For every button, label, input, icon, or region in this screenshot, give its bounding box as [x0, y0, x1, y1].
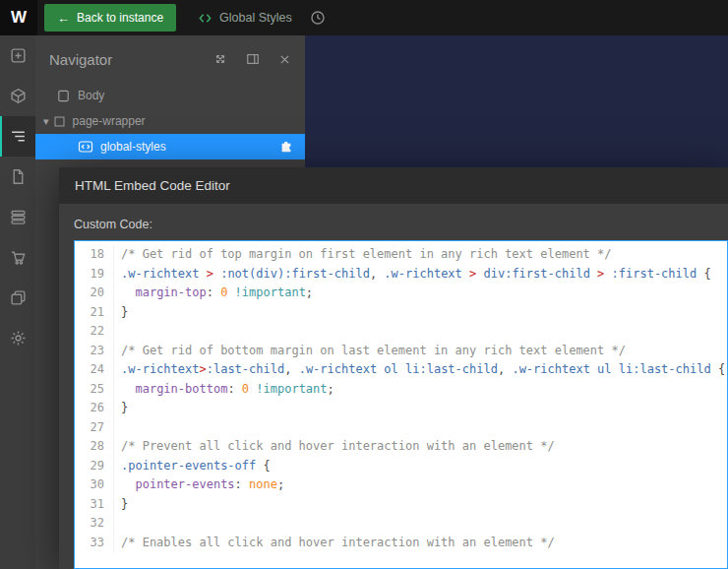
back-button-label: Back to instance	[77, 11, 163, 25]
line-number: 26	[75, 399, 114, 418]
code-text: }	[114, 495, 128, 515]
line-number: 23	[75, 342, 114, 361]
code-line: 23/* Get rid of bottom margin on last el…	[75, 342, 727, 361]
embed-code-icon	[198, 11, 212, 26]
code-line: 28/* Prevent all click and hover interac…	[75, 437, 727, 457]
line-number: 22	[75, 322, 114, 342]
ecommerce-icon	[10, 249, 27, 266]
code-line: 32	[75, 514, 727, 534]
code-line: 25 margin-bottom: 0 !important;	[75, 380, 727, 400]
line-number: 29	[75, 457, 114, 476]
back-to-instance-button[interactable]: ← Back to instance	[44, 4, 176, 32]
settings-icon	[10, 330, 27, 347]
unpin-icon[interactable]	[213, 52, 227, 66]
embedw-icon	[78, 140, 93, 154]
body-icon	[56, 89, 71, 103]
line-number: 32	[75, 514, 114, 534]
line-number: 21	[75, 303, 114, 323]
line-number: 18	[75, 245, 114, 265]
navigator-title: Navigator	[49, 51, 195, 68]
code-line: 24.w-richtext>:last-child, .w-richtext o…	[75, 360, 727, 380]
html-embed-modal: HTML Embed Code Editor Custom Code: 18/*…	[59, 167, 728, 569]
assets-icon	[10, 289, 27, 306]
puzzle-icon	[279, 140, 293, 154]
navigator-icon	[10, 128, 27, 145]
tree-item-body[interactable]: Body	[35, 83, 305, 108]
code-editor[interactable]: 18/* Get rid of top margin on first elem…	[74, 240, 728, 569]
code-text: .w-richtext>:last-child, .w-richtext ol …	[114, 360, 725, 380]
code-line: 26}	[75, 399, 727, 418]
code-line: 27	[75, 418, 727, 438]
code-text	[114, 418, 121, 438]
code-line: 21}	[75, 303, 727, 323]
code-text: pointer-events: none;	[114, 475, 284, 495]
add-icon	[10, 47, 27, 64]
navigator-header: Navigator	[35, 35, 305, 83]
ecommerce-panel-button[interactable]	[0, 237, 35, 278]
code-text: margin-top: 0 !important;	[114, 284, 313, 303]
navigator-panel-button[interactable]	[0, 116, 35, 157]
code-line: 30 pointer-events: none;	[75, 475, 727, 495]
caret-down-icon[interactable]: ▾	[43, 115, 49, 128]
line-number: 30	[75, 475, 114, 495]
elements-panel-button[interactable]	[0, 76, 35, 116]
assets-panel-button[interactable]	[0, 278, 35, 318]
code-line: 33/* Enables all click and hover interac…	[75, 534, 727, 553]
tree-item-label: global-styles	[100, 140, 166, 154]
line-number: 25	[75, 380, 114, 400]
line-number: 28	[75, 437, 114, 457]
cms-icon	[10, 209, 27, 225]
code-text: .pointer-events-off {	[114, 457, 271, 476]
code-text: /* Get rid of top margin on first elemen…	[114, 245, 612, 265]
history-button[interactable]	[306, 6, 330, 30]
clock-icon	[310, 10, 326, 26]
code-line: 29.pointer-events-off {	[75, 457, 727, 476]
tree-item-global-styles[interactable]: global-styles	[35, 134, 305, 159]
custom-code-label: Custom Code:	[74, 218, 728, 231]
code-text: }	[114, 399, 128, 418]
webflow-logo[interactable]: W	[0, 0, 37, 35]
line-number: 24	[75, 360, 114, 380]
pages-icon	[10, 168, 27, 185]
tree-item-label: Body	[78, 89, 104, 102]
navigator-tree: Body▾page-wrapperglobal-styles	[35, 83, 305, 159]
tab-label: Global Styles	[219, 11, 292, 25]
code-text: /* Enables all click and hover interacti…	[114, 534, 555, 553]
left-toolbar	[0, 35, 35, 569]
code-line: 19.w-richtext > :not(div):first-child, .…	[75, 265, 727, 284]
settings-panel-button[interactable]	[0, 318, 35, 358]
code-text: .w-richtext > :not(div):first-child, .w-…	[114, 265, 711, 284]
code-text: margin-bottom: 0 !important;	[114, 380, 334, 400]
code-text	[114, 322, 121, 342]
pages-panel-button[interactable]	[0, 157, 35, 197]
elements-icon	[10, 88, 27, 104]
code-text: }	[114, 303, 128, 323]
line-number: 33	[75, 534, 114, 553]
close-icon[interactable]	[278, 53, 291, 66]
line-number: 31	[75, 495, 114, 515]
back-arrow-icon: ←	[57, 12, 70, 25]
modal-header: HTML Embed Code Editor	[59, 167, 728, 204]
modal-title: HTML Embed Code Editor	[75, 178, 230, 193]
code-line: 20 margin-top: 0 !important;	[75, 284, 727, 303]
add-panel-button[interactable]	[0, 35, 35, 76]
modal-body: Custom Code: 18/* Get rid of top margin …	[59, 204, 728, 569]
dock-panel-icon[interactable]	[246, 52, 260, 66]
code-line: 31}	[75, 495, 727, 515]
cms-panel-button[interactable]	[0, 197, 35, 237]
tree-item-page-wrapper[interactable]: ▾page-wrapper	[35, 108, 305, 134]
tab-global-styles[interactable]: Global Styles	[188, 0, 302, 35]
code-text	[114, 514, 121, 534]
box-icon	[53, 115, 66, 128]
tree-item-label: page-wrapper	[73, 114, 146, 128]
line-number: 27	[75, 418, 114, 438]
code-line: 18/* Get rid of top margin on first elem…	[75, 245, 727, 265]
code-text: /* Prevent all click and hover interacti…	[114, 437, 555, 457]
top-bar: W ← Back to instance Global Styles	[0, 0, 728, 35]
code-text: /* Get rid of bottom margin on last elem…	[114, 342, 626, 361]
line-number: 19	[75, 265, 114, 284]
code-line: 22	[75, 322, 727, 342]
line-number: 20	[75, 284, 114, 303]
